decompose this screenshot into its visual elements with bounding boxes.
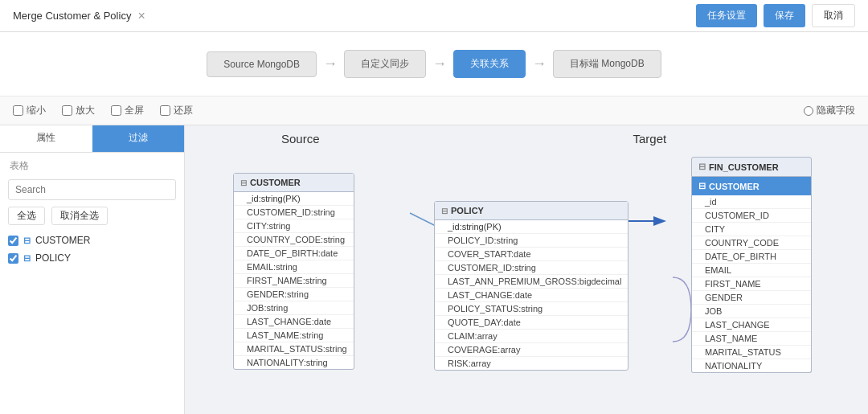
canvas-area: Source Target ⊟: [185, 125, 868, 414]
customer-field-0: _id:string(PK): [234, 192, 354, 206]
zoom-in-control[interactable]: 放大: [62, 104, 95, 117]
policy-table: ⊟ POLICY _id:string(PK) POLICY_ID:string…: [434, 201, 628, 371]
table-item-customer[interactable]: ⊟ CUSTOMER: [8, 232, 176, 249]
hide-fields-control: 隐藏字段: [804, 104, 855, 117]
customer-table-icon: ⊟: [23, 236, 31, 246]
controls-bar: 缩小 放大 全屏 还原 隐藏字段: [0, 96, 868, 125]
search-input[interactable]: [8, 179, 176, 200]
customer-field-5: EMAIL:string: [234, 260, 354, 274]
select-buttons: 全选 取消全选: [0, 203, 184, 228]
deselect-all-button[interactable]: 取消全选: [51, 207, 108, 225]
target-field-gender: GENDER: [692, 291, 811, 305]
policy-field-0: _id:string(PK): [435, 220, 628, 234]
policy-table-header: ⊟ POLICY: [435, 202, 628, 220]
customer-table-icon: ⊟: [240, 178, 247, 187]
customer-field-8: JOB:string: [234, 301, 354, 315]
tab-properties[interactable]: 属性: [0, 125, 92, 152]
target-field-last-change: LAST_CHANGE: [692, 318, 811, 332]
restore-checkbox[interactable]: [160, 105, 170, 116]
policy-field-5: LAST_CHANGE:date: [435, 289, 628, 302]
customer-field-11: MARITAL_STATUS:string: [234, 342, 354, 356]
step-source-mongodb[interactable]: Source MongoDB: [207, 51, 317, 77]
fin-customer-name: FIN_CUSTOMER: [709, 162, 779, 172]
table-item-policy[interactable]: ⊟ POLICY: [8, 249, 176, 267]
customer-field-9: LAST_CHANGE:date: [234, 315, 354, 329]
restore-control[interactable]: 还原: [160, 104, 193, 117]
arrow-icon-2: →: [426, 55, 453, 72]
target-field-customer-id: CUSTOMER_ID: [692, 209, 811, 223]
customer-field-3: COUNTRY_CODE:string: [234, 233, 354, 247]
policy-field-9: COVERAGE:array: [435, 343, 628, 357]
policy-field-2: COVER_START:date: [435, 248, 628, 261]
hide-fields-radio[interactable]: [804, 106, 813, 116]
main-layout: 属性 过滤 表格 全选 取消全选 ⊟ CUSTOMER ⊟ POLICY Sou…: [0, 125, 868, 414]
policy-field-1: POLICY_ID:string: [435, 234, 628, 248]
pipeline-steps: Source MongoDB → 自定义同步 → 关联关系 → 目标端 Mong…: [0, 32, 868, 96]
step-target-mongodb[interactable]: 目标端 MongoDB: [553, 50, 661, 78]
tab-filter[interactable]: 过滤: [92, 125, 185, 152]
target-field-dob: DATE_OF_BIRTH: [692, 250, 811, 264]
target-label: Target: [633, 132, 667, 146]
action-buttons: 任务设置 保存 取消: [696, 4, 855, 27]
canvas-inner: ⊟ CUSTOMER _id:string(PK) CUSTOMER_ID:st…: [185, 149, 868, 405]
target-field-country-code: COUNTRY_CODE: [692, 236, 811, 250]
target-field-city: CITY: [692, 223, 811, 236]
policy-field-3: CUSTOMER_ID:string: [435, 261, 628, 275]
left-panel: 属性 过滤 表格 全选 取消全选 ⊟ CUSTOMER ⊟ POLICY: [0, 125, 185, 414]
top-bar: Merge Customer & Policy × 任务设置 保存 取消: [0, 0, 868, 32]
title-area: Merge Customer & Policy ×: [13, 9, 145, 23]
target-field-id: _id: [692, 195, 811, 209]
policy-table-icon: ⊟: [441, 207, 448, 215]
arrow-icon-1: →: [317, 55, 344, 72]
customer-field-7: GENDER:string: [234, 288, 354, 301]
customer-field-10: LAST_NAME:string: [234, 329, 354, 342]
close-button[interactable]: ×: [137, 9, 145, 23]
target-customer-icon: ⊟: [698, 181, 706, 191]
policy-label: POLICY: [35, 252, 71, 264]
left-tabs: 属性 过滤: [0, 125, 184, 153]
step-custom-sync[interactable]: 自定义同步: [344, 50, 426, 78]
target-field-nationality: NATIONALITY: [692, 359, 811, 372]
zoom-out-checkbox[interactable]: [13, 105, 23, 116]
step-relation[interactable]: 关联关系: [453, 50, 526, 78]
cancel-button[interactable]: 取消: [812, 4, 855, 27]
policy-field-7: QUOTE_DAY:date: [435, 316, 628, 330]
customer-field-12: NATIONALITY:string: [234, 356, 354, 369]
table-list: ⊟ CUSTOMER ⊟ POLICY: [0, 228, 184, 270]
customer-label: CUSTOMER: [35, 235, 90, 246]
fullscreen-control[interactable]: 全屏: [111, 104, 144, 117]
policy-table-name: POLICY: [451, 206, 484, 215]
customer-checkbox[interactable]: [8, 236, 18, 246]
fullscreen-checkbox[interactable]: [111, 105, 121, 116]
customer-field-4: DATE_OF_BIRTH:date: [234, 247, 354, 260]
target-group: ⊟ FIN_CUSTOMER ⊟ CUSTOMER _id CUSTOMER_I…: [691, 157, 812, 373]
customer-table: ⊟ CUSTOMER _id:string(PK) CUSTOMER_ID:st…: [233, 173, 354, 370]
policy-field-6: POLICY_STATUS:string: [435, 302, 628, 316]
policy-field-4: LAST_ANN_PREMIUM_GROSS:bigdecimal: [435, 275, 628, 289]
target-customer-name: CUSTOMER: [709, 182, 760, 191]
task-settings-button[interactable]: 任务设置: [696, 4, 757, 27]
customer-table-header: ⊟ CUSTOMER: [234, 174, 354, 192]
customer-field-1: CUSTOMER_ID:string: [234, 206, 354, 219]
target-field-last-name: LAST_NAME: [692, 332, 811, 346]
target-field-first-name: FIRST_NAME: [692, 277, 811, 291]
arrow-icon-3: →: [526, 55, 553, 72]
table-section-label: 表格: [0, 153, 184, 176]
save-button[interactable]: 保存: [764, 4, 805, 27]
customer-field-6: FIRST_NAME:string: [234, 274, 354, 288]
target-sub-table: ⊟ CUSTOMER _id CUSTOMER_ID CITY COUNTRY_…: [691, 177, 812, 373]
policy-checkbox[interactable]: [8, 253, 18, 264]
zoom-out-control[interactable]: 缩小: [13, 104, 46, 117]
target-field-marital-status: MARITAL_STATUS: [692, 346, 811, 359]
fin-customer-icon: ⊟: [698, 162, 706, 172]
customer-table-name: CUSTOMER: [250, 178, 301, 187]
select-all-button[interactable]: 全选: [8, 207, 45, 225]
customer-field-2: CITY:string: [234, 219, 354, 233]
policy-field-10: RISK:array: [435, 357, 628, 370]
policy-field-8: CLAIM:array: [435, 330, 628, 343]
zoom-in-checkbox[interactable]: [62, 105, 72, 116]
target-field-email: EMAIL: [692, 264, 811, 277]
target-customer-header: ⊟ CUSTOMER: [692, 177, 811, 195]
policy-table-icon: ⊟: [23, 253, 31, 264]
target-field-job: JOB: [692, 305, 811, 318]
